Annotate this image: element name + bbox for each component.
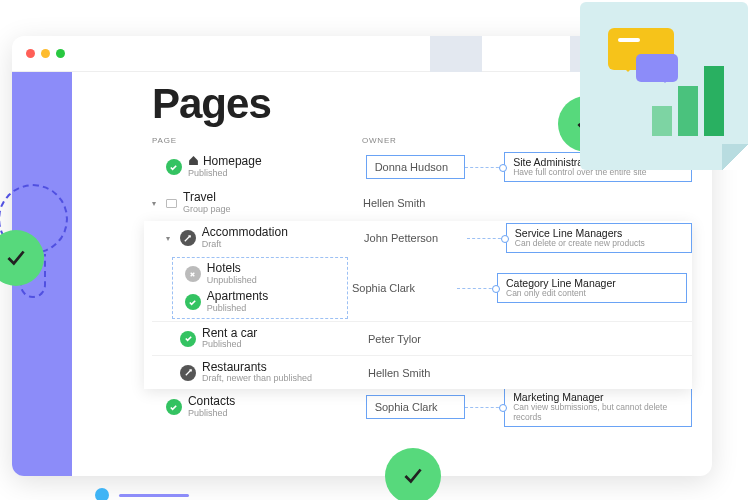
page-cell: Rent a car Published (202, 327, 368, 350)
table-row[interactable]: Restaurants Draft, newer than published … (152, 355, 692, 389)
status-draft-icon (180, 365, 196, 381)
status-draft-icon (180, 230, 196, 246)
connector (467, 226, 506, 250)
minimize-dot[interactable] (41, 49, 50, 58)
status-published-icon (185, 294, 201, 310)
owner-cell: Hellen Smith (363, 197, 468, 209)
col-header-owner: OWNER (362, 136, 482, 145)
bar-chart-icon (652, 66, 724, 136)
table-row[interactable]: Rent a car Published Peter Tylor (152, 321, 692, 355)
status-unpublished-icon (185, 266, 201, 282)
owner-cell: John Petterson (364, 232, 467, 244)
decorative-dots (95, 488, 313, 500)
maximize-dot[interactable] (56, 49, 65, 58)
owner-cell: Hellen Smith (368, 367, 473, 379)
decorative-report-card (580, 2, 748, 170)
table-row[interactable]: ▾ Travel Group page Hellen Smith (152, 185, 692, 221)
table-row[interactable]: Contacts Published Sophia Clark Marketin… (152, 389, 692, 425)
role-box[interactable]: Marketing Manager Can view submissions, … (504, 387, 692, 427)
chevron-down-icon[interactable]: ▾ (152, 199, 162, 208)
page-cell: Accommodation Draft (202, 226, 364, 249)
status-published-icon (180, 331, 196, 347)
connector (457, 276, 497, 300)
owner-box[interactable]: Sophia Clark (366, 395, 465, 419)
connector (465, 155, 505, 179)
page-cell: Contacts Published (188, 395, 366, 418)
role-box[interactable]: Category Line Manager Can only edit cont… (497, 273, 687, 304)
role-box[interactable]: Service Line Managers Can delete or crea… (506, 223, 692, 254)
tab-inactive-1[interactable] (430, 36, 482, 72)
checkmark-badge (385, 448, 441, 500)
table-row[interactable]: ▾ Accommodation Draft John Petterson Ser… (152, 221, 692, 255)
close-dot[interactable] (26, 49, 35, 58)
page-cell: Hotels Unpublished (207, 262, 347, 285)
folder-icon (166, 199, 177, 208)
table-row[interactable]: Hotels Unpublished (173, 260, 347, 288)
page-cell: Homepage Published (188, 155, 366, 179)
owner-cell: Peter Tylor (368, 333, 473, 345)
page-cell: Restaurants Draft, newer than published (202, 361, 368, 384)
home-icon (188, 155, 199, 169)
page-cell: Travel Group page (183, 191, 363, 214)
chevron-down-icon[interactable]: ▾ (166, 234, 176, 243)
connector (465, 395, 505, 419)
page-cell: Apartments Published (207, 290, 347, 313)
nested-pages: ▾ Accommodation Draft John Petterson Ser… (144, 221, 692, 389)
table-row[interactable]: Apartments Published (173, 288, 347, 316)
col-header-page: PAGE (152, 136, 362, 145)
owner-cell: Sophia Clark (352, 282, 457, 294)
status-published-icon (166, 159, 182, 175)
child-group-frame: Hotels Unpublished Apartments Published (172, 257, 348, 319)
owner-box[interactable]: Donna Hudson (366, 155, 465, 179)
status-published-icon (166, 399, 182, 415)
